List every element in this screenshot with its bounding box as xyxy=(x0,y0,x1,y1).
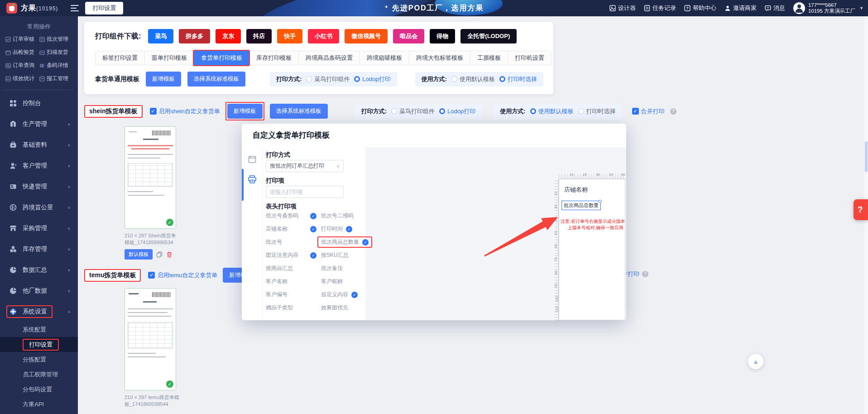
print-mode-select[interactable]: 按批次同订单汇总打印∨ xyxy=(266,160,344,172)
shein-template-thumbnail[interactable]: ✓ xyxy=(125,126,176,229)
tab-waybill-template[interactable]: 面单打印模板 xyxy=(144,51,194,65)
quick-link-order-audit[interactable]: 订单审核 xyxy=(5,35,39,43)
app-logo[interactable]: 方果(10195) xyxy=(0,3,62,14)
platform-wechat-channels-button[interactable]: 微信视频号 xyxy=(345,29,388,43)
menu-crossborder-firstmile[interactable]: 跨境首公里∨ xyxy=(0,197,78,218)
tab-picking-list-template[interactable]: 拿货单打印模板 xyxy=(194,51,249,65)
task-log-link[interactable]: 任务记录 xyxy=(644,4,676,12)
topbar: 方果(10195) 打印设置 ✦先进POD工厂，选用方果 设计器 任务记录 ? … xyxy=(0,0,868,16)
user-account-menu[interactable]: 177****5667 10195 方果演示工厂 ▼ xyxy=(793,2,863,14)
enable-temu-checkbox[interactable]: 启用temu自定义拿货单 xyxy=(148,271,217,279)
shein-select-standard-template-button[interactable]: 选择系统标准模板 xyxy=(270,104,328,119)
quick-link-performance-stats[interactable]: 绩效统计 xyxy=(5,75,39,82)
item-batch-total-quantity[interactable]: 批次商品总数量 xyxy=(321,237,393,247)
collapse-sidebar-icon[interactable] xyxy=(71,5,79,11)
shein-add-template-button[interactable]: 新增模板 xyxy=(227,104,263,119)
shein-merge-print-checkbox[interactable]: 合并打印 xyxy=(632,107,665,116)
menu-production[interactable]: 生产管理∨ xyxy=(0,114,78,135)
quick-link-scan-ship[interactable]: 扫描发货 xyxy=(39,48,73,56)
platform-doudian-button[interactable]: 抖店 xyxy=(246,29,272,43)
submenu-print-settings[interactable]: 打印设置 xyxy=(0,337,78,352)
select-standard-template-button[interactable]: 选择系统标准模板 xyxy=(187,72,245,87)
item-product-summary[interactable]: 按商品汇总 xyxy=(266,264,321,273)
item-shop-name[interactable]: 店铺名称 xyxy=(266,224,321,234)
quick-link-order-query[interactable]: 订单查询 xyxy=(5,62,39,69)
submenu-fangguo-api[interactable]: 方果API xyxy=(0,397,78,412)
shein-radio-choose-at-print[interactable]: 打印时选择 xyxy=(578,107,616,116)
shein-radio-cainiao[interactable]: 菜鸟打印组件 xyxy=(391,107,435,116)
quick-link-batch-manage[interactable]: 批次管理 xyxy=(39,35,73,43)
item-fixed-notice[interactable]: 固定注意内容 xyxy=(266,250,321,260)
item-custom-content[interactable]: 自定义内容 xyxy=(321,290,393,299)
submenu-parcel-code-settings[interactable]: 分包码设置 xyxy=(0,382,78,397)
platform-vipshop-button[interactable]: 唯品会 xyxy=(393,29,424,43)
menu-system-settings[interactable]: 系统设置∧ xyxy=(0,301,78,322)
platform-pinduoduo-button[interactable]: 拼多多 xyxy=(179,29,210,43)
item-customer-code[interactable]: 客户编号 xyxy=(266,290,321,299)
enable-shein-checkbox[interactable]: 启用shein自定义拿货单 xyxy=(150,107,220,116)
tab-crossborder-big-bag-label[interactable]: 跨境大包标签模板 xyxy=(409,51,470,65)
platform-dewu-button[interactable]: 得物 xyxy=(430,29,455,43)
radio-lodop-print[interactable]: Lodop打印 xyxy=(354,75,390,83)
scrollbar-thumb[interactable] xyxy=(865,141,868,172)
submenu-staff-permissions[interactable]: 员工权限管理 xyxy=(0,367,78,382)
floating-help-button[interactable]: ? xyxy=(854,199,868,220)
preview-batch-total-field[interactable]: 批次商品总数量 xyxy=(561,201,601,210)
tab-inventory-template[interactable]: 库存打印模板 xyxy=(249,51,298,65)
platform-cainiao-button[interactable]: 菜鸟 xyxy=(148,29,173,43)
item-batch-remark[interactable]: 批次备注 xyxy=(321,264,393,273)
platform-lodop-button[interactable]: 全托管(LODOP) xyxy=(460,29,517,43)
add-template-button[interactable]: 新增模板 xyxy=(146,72,181,87)
invite-merchant-link[interactable]: 邀请商家 xyxy=(724,4,757,12)
radio-cainiao-component[interactable]: 菜鸟打印组件 xyxy=(306,75,350,83)
tab-crossborder-shipping-mark[interactable]: 跨境箱唛模板 xyxy=(360,51,409,65)
help-center-link[interactable]: ? 帮助中心 xyxy=(684,4,716,12)
platform-jd-button[interactable]: 京东 xyxy=(216,29,241,43)
copy-template-icon[interactable] xyxy=(156,251,163,258)
delete-template-icon[interactable] xyxy=(166,251,173,258)
menu-purchase[interactable]: 采购管理∨ xyxy=(0,218,78,239)
platform-kuaishou-button[interactable]: 快手 xyxy=(277,29,302,43)
tab-label-print-settings[interactable]: 标签打印设置 xyxy=(95,51,144,65)
item-render-priority[interactable]: 效果图优先 xyxy=(321,303,393,313)
item-customer-nickname[interactable]: 客户昵称 xyxy=(321,277,393,286)
merge-print-help-icon[interactable]: ? xyxy=(642,271,648,277)
back-to-top-button[interactable]: ▲ xyxy=(748,354,763,369)
item-print-time[interactable]: 打印时间 xyxy=(321,224,393,234)
menu-express[interactable]: 快递管理∨ xyxy=(0,176,78,197)
merge-print-help-icon[interactable]: ? xyxy=(670,108,676,115)
tab-crossborder-barcode[interactable]: 跨境商品条码设置 xyxy=(298,51,360,65)
designer-link[interactable]: 设计器 xyxy=(609,4,636,12)
submenu-sorting-config[interactable]: 分拣配置 xyxy=(0,352,78,367)
menu-inventory[interactable]: 库存管理∨ xyxy=(0,239,78,260)
quick-link-quality-check[interactable]: 品检验货 xyxy=(5,48,39,56)
tab-work-ticket-template[interactable]: 工票模板 xyxy=(470,51,508,65)
quick-link-barcode-detail[interactable]: 条码详情 xyxy=(39,62,73,69)
menu-customer[interactable]: 客户管理∨ xyxy=(0,155,78,176)
item-batch-qrcode[interactable]: 批次号二维码 xyxy=(321,211,393,221)
open-page-tab[interactable]: 打印设置 xyxy=(85,2,123,14)
item-batch-number[interactable]: 批次号 xyxy=(266,237,321,247)
menu-data-summary[interactable]: 数据汇总∨ xyxy=(0,260,78,280)
print-item-input[interactable] xyxy=(266,186,344,198)
item-gift-subtype[interactable]: 赠品子类型 xyxy=(266,303,321,313)
item-sku-summary[interactable]: 按SKU汇总 xyxy=(321,250,393,260)
temu-template-thumbnail[interactable]: ✓ xyxy=(125,288,176,390)
default-template-button[interactable]: 默认模板 xyxy=(125,249,153,260)
menu-other-factory-data[interactable]: 他厂数据∨ xyxy=(0,280,78,301)
radio-use-default-template[interactable]: 使用默认模板 xyxy=(451,75,495,83)
shein-radio-lodop[interactable]: Lodop打印 xyxy=(439,107,475,116)
print-items-rail-icon[interactable] xyxy=(245,173,259,186)
page-settings-rail-icon[interactable] xyxy=(245,153,259,166)
menu-dashboard[interactable]: 控制台 xyxy=(0,93,78,114)
quick-link-report-manage[interactable]: 报工管理 xyxy=(39,75,73,82)
item-batch-barcode[interactable]: 批次号条形码 xyxy=(266,211,321,221)
platform-xiaohongshu-button[interactable]: 小红书 xyxy=(308,29,339,43)
radio-choose-at-print[interactable]: 打印时选择 xyxy=(499,75,537,83)
menu-base-data[interactable]: 基础资料∨ xyxy=(0,135,78,155)
submenu-system-config[interactable]: 系统配置 xyxy=(0,322,78,337)
messages-link[interactable]: 消息 xyxy=(765,4,785,12)
item-customer-name[interactable]: 客户名称 xyxy=(266,277,321,286)
shein-radio-use-default[interactable]: 使用默认模板 xyxy=(530,107,574,116)
tab-printer-settings[interactable]: 打印机设置 xyxy=(508,51,551,65)
